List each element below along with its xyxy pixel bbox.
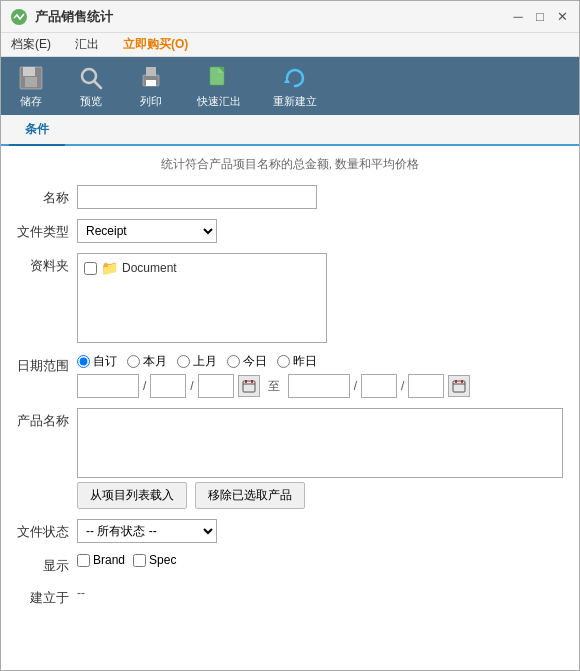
radio-this-month-label: 本月 — [143, 353, 167, 370]
svg-line-5 — [94, 81, 101, 88]
file-status-select[interactable]: -- 所有状态 -- 已完成 进行中 已取消 — [77, 519, 217, 543]
folder-label: 资料夹 — [17, 253, 77, 275]
radio-this-month[interactable]: 本月 — [127, 353, 167, 370]
quick-export-icon — [205, 64, 233, 92]
form-content: 统计符合产品项目名称的总金额, 数量和平均价格 名称 文件类型 Receipt … — [1, 146, 579, 670]
close-button[interactable]: ✕ — [553, 8, 571, 26]
check-spec-label: Spec — [149, 553, 176, 567]
date-to-month[interactable] — [361, 374, 397, 398]
minimize-button[interactable]: ─ — [509, 8, 527, 26]
file-status-label: 文件状态 — [17, 519, 77, 541]
date-sep-4: / — [401, 379, 404, 393]
folder-name-document: Document — [122, 261, 177, 275]
app-icon — [9, 7, 29, 27]
menu-buy[interactable]: 立即购买(O) — [119, 34, 192, 55]
folder-control: 📁 Document — [77, 253, 563, 343]
radio-last-month-label: 上月 — [193, 353, 217, 370]
toolbar: 储存 预览 列印 — [1, 57, 579, 115]
radio-custom-label: 自订 — [93, 353, 117, 370]
svg-rect-3 — [25, 77, 37, 87]
tab-bar: 条件 — [1, 115, 579, 146]
check-brand-input[interactable] — [77, 554, 90, 567]
date-sep-1: / — [143, 379, 146, 393]
main-window: 产品销售统计 ─ □ ✕ 档案(E) 汇出 立即购买(O) 储存 — [0, 0, 580, 671]
product-btn-row: 从项目列表载入 移除已选取产品 — [77, 482, 563, 509]
date-to-year[interactable] — [288, 374, 350, 398]
name-row: 名称 — [17, 185, 563, 209]
window-title: 产品销售统计 — [35, 8, 509, 26]
radio-today[interactable]: 今日 — [227, 353, 267, 370]
radio-today-input[interactable] — [227, 355, 240, 368]
check-spec[interactable]: Spec — [133, 553, 176, 567]
maximize-button[interactable]: □ — [531, 8, 549, 26]
folder-icon: 📁 — [101, 260, 118, 276]
radio-last-month[interactable]: 上月 — [177, 353, 217, 370]
radio-custom[interactable]: 自订 — [77, 353, 117, 370]
date-sep-3: / — [354, 379, 357, 393]
preview-label: 预览 — [80, 94, 102, 109]
preview-button[interactable]: 预览 — [69, 60, 113, 113]
folder-row: 资料夹 📁 Document — [17, 253, 563, 343]
product-name-area[interactable] — [77, 408, 563, 478]
check-brand[interactable]: Brand — [77, 553, 125, 567]
save-icon — [17, 64, 45, 92]
check-spec-input[interactable] — [133, 554, 146, 567]
date-from-calendar-button[interactable] — [238, 375, 260, 397]
quick-export-label: 快速汇出 — [197, 94, 241, 109]
menu-export[interactable]: 汇出 — [71, 34, 103, 55]
date-to-label: 至 — [264, 378, 284, 395]
date-to-calendar-button[interactable] — [448, 375, 470, 397]
build-at-control: -- — [77, 585, 563, 600]
save-button[interactable]: 储存 — [9, 60, 53, 113]
product-name-control: 从项目列表载入 移除已选取产品 — [77, 408, 563, 509]
radio-today-label: 今日 — [243, 353, 267, 370]
build-at-label: 建立于 — [17, 585, 77, 607]
date-to-day[interactable] — [408, 374, 444, 398]
date-from-month[interactable] — [150, 374, 186, 398]
date-sep-2: / — [190, 379, 193, 393]
title-bar: 产品销售统计 ─ □ ✕ — [1, 1, 579, 33]
date-from-day[interactable] — [198, 374, 234, 398]
svg-rect-8 — [146, 80, 156, 86]
display-checkbox-group: Brand Spec — [77, 553, 563, 567]
radio-yesterday[interactable]: 昨日 — [277, 353, 317, 370]
date-range-row: 日期范围 自订 本月 上月 — [17, 353, 563, 398]
menu-file[interactable]: 档案(E) — [7, 34, 55, 55]
radio-yesterday-label: 昨日 — [293, 353, 317, 370]
window-controls: ─ □ ✕ — [509, 8, 571, 26]
hint-text: 统计符合产品项目名称的总金额, 数量和平均价格 — [17, 156, 563, 173]
save-label: 储存 — [20, 94, 42, 109]
display-row: 显示 Brand Spec — [17, 553, 563, 575]
date-from-year[interactable] — [77, 374, 139, 398]
print-button[interactable]: 列印 — [129, 60, 173, 113]
file-type-control: Receipt Invoice Order — [77, 219, 563, 243]
file-type-select[interactable]: Receipt Invoice Order — [77, 219, 217, 243]
name-label: 名称 — [17, 185, 77, 207]
radio-last-month-input[interactable] — [177, 355, 190, 368]
radio-yesterday-input[interactable] — [277, 355, 290, 368]
print-icon — [137, 64, 165, 92]
build-at-value: -- — [77, 582, 85, 600]
check-brand-label: Brand — [93, 553, 125, 567]
folder-item-document[interactable]: 📁 Document — [84, 260, 320, 276]
svg-rect-16 — [453, 381, 465, 392]
radio-custom-input[interactable] — [77, 355, 90, 368]
rebuild-label: 重新建立 — [273, 94, 317, 109]
svg-rect-12 — [243, 381, 255, 392]
radio-this-month-input[interactable] — [127, 355, 140, 368]
display-label: 显示 — [17, 553, 77, 575]
folder-checkbox-document[interactable] — [84, 262, 97, 275]
svg-marker-11 — [284, 78, 290, 83]
svg-rect-7 — [146, 67, 156, 76]
load-from-list-button[interactable]: 从项目列表载入 — [77, 482, 187, 509]
rebuild-icon — [281, 64, 309, 92]
build-at-row: 建立于 -- — [17, 585, 563, 607]
remove-selected-button[interactable]: 移除已选取产品 — [195, 482, 305, 509]
quick-export-button[interactable]: 快速汇出 — [189, 60, 249, 113]
file-status-row: 文件状态 -- 所有状态 -- 已完成 进行中 已取消 — [17, 519, 563, 543]
tab-conditions[interactable]: 条件 — [9, 115, 65, 146]
name-control — [77, 185, 563, 209]
name-input[interactable] — [77, 185, 317, 209]
file-type-row: 文件类型 Receipt Invoice Order — [17, 219, 563, 243]
rebuild-button[interactable]: 重新建立 — [265, 60, 325, 113]
